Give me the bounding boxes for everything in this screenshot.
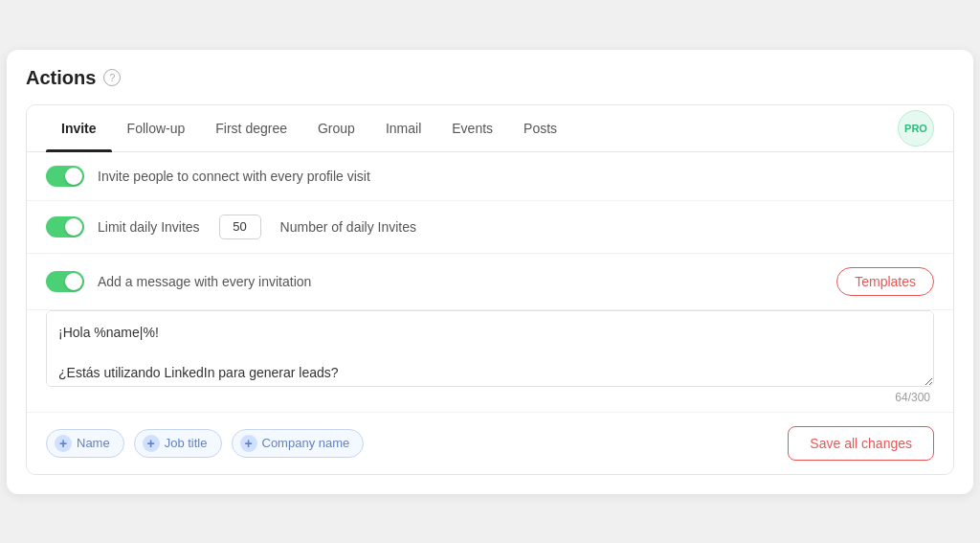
templates-button[interactable]: Templates — [836, 267, 934, 296]
tab-group[interactable]: Group — [302, 105, 370, 151]
limit-label-post: Number of daily Invites — [280, 219, 416, 235]
tag-jobtitle-label: Job title — [165, 436, 208, 450]
main-container: Actions ? Invite Follow-up First degree … — [7, 50, 973, 494]
toggle-message[interactable] — [46, 271, 84, 292]
tab-firstdegree[interactable]: First degree — [200, 105, 302, 151]
tag-jobtitle-button[interactable]: + Job title — [134, 429, 222, 458]
settings-body: Invite people to connect with every prof… — [27, 152, 953, 474]
tag-name-button[interactable]: + Name — [46, 429, 124, 458]
setting-row-message: Add a message with every invitation Temp… — [27, 254, 953, 310]
tab-events[interactable]: Events — [436, 105, 508, 151]
plus-icon-name: + — [55, 435, 72, 452]
tabs-bar: Invite Follow-up First degree Group Inma… — [27, 105, 953, 152]
message-textarea[interactable]: ¡Hola %name|%! ¿Estás utilizando LinkedI… — [46, 310, 934, 387]
daily-limit-input[interactable] — [219, 215, 261, 239]
tag-companyname-label: Company name — [262, 436, 350, 450]
setting-row-limit: Limit daily Invites Number of daily Invi… — [27, 201, 953, 254]
limit-label-pre: Limit daily Invites — [98, 219, 200, 235]
setting-row-invite: Invite people to connect with every prof… — [27, 152, 953, 201]
toggle-invite[interactable] — [46, 166, 84, 187]
settings-card: Invite Follow-up First degree Group Inma… — [26, 104, 954, 475]
message-toggle-label: Add a message with every invitation — [98, 274, 311, 289]
save-all-changes-button[interactable]: Save all changes — [788, 426, 934, 461]
bottom-bar: + Name + Job title + Company name Save a… — [27, 413, 953, 474]
tab-posts[interactable]: Posts — [508, 105, 572, 151]
help-icon[interactable]: ? — [103, 69, 121, 86]
message-section: ¡Hola %name|%! ¿Estás utilizando LinkedI… — [27, 310, 953, 413]
plus-icon-jobtitle: + — [143, 435, 160, 452]
toggle-limit[interactable] — [46, 216, 84, 238]
tab-followup[interactable]: Follow-up — [112, 105, 201, 151]
tab-invite[interactable]: Invite — [46, 105, 112, 151]
pro-badge: PRO — [898, 110, 934, 147]
tag-name-label: Name — [77, 436, 110, 450]
tab-inmail[interactable]: Inmail — [370, 105, 436, 151]
tag-companyname-button[interactable]: + Company name — [232, 429, 365, 458]
page-title-row: Actions ? — [26, 67, 954, 89]
char-count: 64/300 — [895, 391, 930, 404]
invite-label: Invite people to connect with every prof… — [98, 169, 370, 184]
page-title: Actions — [26, 67, 96, 89]
plus-icon-company: + — [240, 435, 257, 452]
